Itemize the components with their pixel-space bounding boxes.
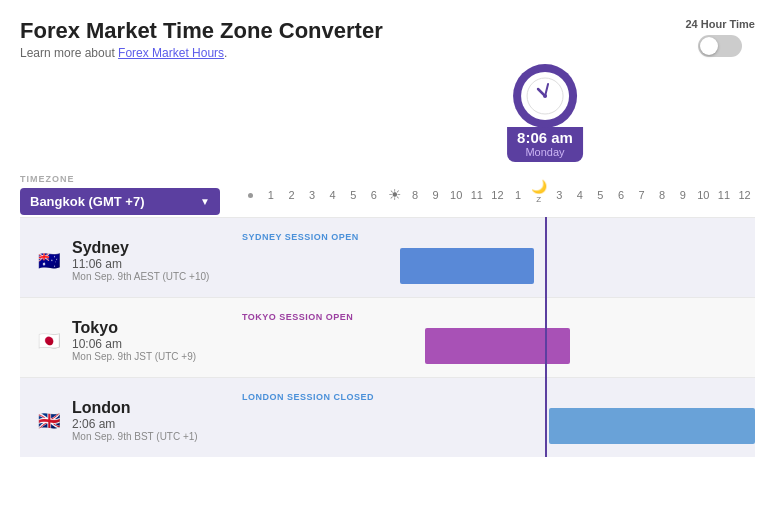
flag-sydney: 🇦🇺	[34, 246, 64, 276]
session-info-london: 🇬🇧London2:06 amMon Sep. 9th BST (UTC +1)	[20, 378, 240, 457]
main-layout: TIMEZONE Bangkok (GMT +7) ▼ 123456☀89101…	[20, 174, 755, 457]
ruler-cell-8: 8	[405, 189, 426, 201]
tz-spacer: TIMEZONE Bangkok (GMT +7) ▼	[20, 174, 240, 215]
ruler-cell-14: 🌙Z	[528, 179, 549, 209]
svg-point-3	[543, 94, 547, 98]
toggle-label: 24 Hour Time	[686, 18, 756, 30]
ruler-cell-19: 7	[631, 189, 652, 201]
ruler-cell-1: 1	[261, 189, 282, 201]
ruler-cell-6: 6	[364, 189, 385, 201]
session-info-sydney: 🇦🇺Sydney11:06 amMon Sep. 9th AEST (UTC +…	[20, 218, 240, 297]
session-time: 2:06 am	[72, 417, 198, 431]
session-bar	[425, 328, 569, 364]
ruler-cell-15: 3	[549, 189, 570, 201]
session-text-sydney: Sydney11:06 amMon Sep. 9th AEST (UTC +10…	[72, 239, 209, 282]
ruler-cell-23: 11	[714, 189, 735, 201]
ruler-cell-7: ☀	[384, 186, 405, 204]
top-ruler-row: TIMEZONE Bangkok (GMT +7) ▼ 123456☀89101…	[20, 174, 755, 215]
ruler-cell-10: 10	[446, 189, 467, 201]
ruler-cell-18: 6	[611, 189, 632, 201]
tz-label: TIMEZONE	[20, 174, 240, 184]
ruler-cell-12: 12	[487, 189, 508, 201]
session-row-1: 🇯🇵Tokyo10:06 amMon Sep. 9th JST (UTC +9)…	[20, 297, 755, 377]
session-bar-area	[240, 408, 755, 444]
session-text-tokyo: Tokyo10:06 amMon Sep. 9th JST (UTC +9)	[72, 319, 196, 362]
session-date: Mon Sep. 9th BST (UTC +1)	[72, 431, 198, 442]
session-bar	[549, 408, 755, 444]
subtitle: Learn more about Forex Market Hours.	[20, 46, 383, 60]
ruler-cell-16: 4	[570, 189, 591, 201]
session-bar-area	[240, 248, 755, 284]
session-date: Mon Sep. 9th AEST (UTC +10)	[72, 271, 209, 282]
session-chart-tokyo: TOKYO SESSION OPEN	[240, 298, 755, 377]
clock-svg	[525, 76, 565, 116]
clock-balloon: 8:06 am Monday	[507, 64, 583, 162]
hour-dot	[248, 193, 253, 198]
ruler-items: 123456☀891011121🌙Z3456789101112	[240, 179, 755, 209]
clock-time-display: 8:06 am Monday	[507, 127, 583, 162]
ruler-cell-24: 12	[734, 189, 755, 201]
session-bar-area	[240, 328, 755, 364]
session-label: SYDNEY SESSION OPEN	[240, 232, 755, 242]
ruler-cell-4: 4	[322, 189, 343, 201]
info-row: 🇯🇵Tokyo10:06 amMon Sep. 9th JST (UTC +9)	[34, 311, 230, 364]
ruler-cell-5: 5	[343, 189, 364, 201]
session-city: Tokyo	[72, 319, 196, 337]
session-row-0: 🇦🇺Sydney11:06 amMon Sep. 9th AEST (UTC +…	[20, 217, 755, 297]
ruler-cell-11: 11	[467, 189, 488, 201]
timezone-value: Bangkok (GMT +7)	[30, 194, 145, 209]
flag-tokyo: 🇯🇵	[34, 326, 64, 356]
session-label: LONDON SESSION CLOSED	[240, 392, 755, 402]
ruler-cell-13: 1	[508, 189, 529, 201]
timezone-selector[interactable]: Bangkok (GMT +7) ▼	[20, 188, 220, 215]
moon-icon: 🌙Z	[531, 179, 547, 209]
session-row-2: 🇬🇧London2:06 amMon Sep. 9th BST (UTC +1)…	[20, 377, 755, 457]
session-date: Mon Sep. 9th JST (UTC +9)	[72, 351, 196, 362]
info-row: 🇦🇺Sydney11:06 amMon Sep. 9th AEST (UTC +…	[34, 231, 230, 284]
ruler-cell-9: 9	[425, 189, 446, 201]
clock-area: 8:06 am Monday	[20, 64, 755, 174]
session-city: Sydney	[72, 239, 209, 257]
page-title: Forex Market Time Zone Converter	[20, 18, 383, 44]
session-time: 11:06 am	[72, 257, 209, 271]
forex-hours-link[interactable]: Forex Market Hours	[118, 46, 224, 60]
subtitle-text: Learn more about	[20, 46, 115, 60]
clock-circle	[513, 64, 577, 128]
hours-ruler: 123456☀891011121🌙Z3456789101112	[240, 181, 755, 209]
toggle-section: 24 Hour Time	[686, 18, 756, 57]
clock-time-day: Monday	[517, 146, 573, 158]
session-text-london: London2:06 amMon Sep. 9th BST (UTC +1)	[72, 399, 198, 442]
clock-face	[521, 72, 569, 120]
session-city: London	[72, 399, 198, 417]
ruler-cell-3: 3	[302, 189, 323, 201]
ruler-cell-2: 2	[281, 189, 302, 201]
session-chart-london: LONDON SESSION CLOSED	[240, 378, 755, 457]
clock-time-value: 8:06 am	[517, 129, 573, 146]
ruler-cell-22: 10	[693, 189, 714, 201]
ruler-cell-20: 8	[652, 189, 673, 201]
session-time: 10:06 am	[72, 337, 196, 351]
flag-london: 🇬🇧	[34, 406, 64, 436]
timezone-arrow: ▼	[200, 196, 210, 207]
info-row: 🇬🇧London2:06 amMon Sep. 9th BST (UTC +1)	[34, 391, 230, 444]
ruler-cell-0	[240, 189, 261, 201]
toggle-knob	[700, 37, 718, 55]
ruler-cell-21: 9	[672, 189, 693, 201]
session-label: TOKYO SESSION OPEN	[240, 312, 755, 322]
sun-icon: ☀	[388, 186, 401, 203]
24-hour-toggle[interactable]	[698, 35, 742, 57]
session-info-tokyo: 🇯🇵Tokyo10:06 amMon Sep. 9th JST (UTC +9)	[20, 298, 240, 377]
sessions-container: 🇦🇺Sydney11:06 amMon Sep. 9th AEST (UTC +…	[20, 217, 755, 457]
session-bar	[400, 248, 534, 284]
session-chart-sydney: SYDNEY SESSION OPEN	[240, 218, 755, 297]
ruler-cell-17: 5	[590, 189, 611, 201]
